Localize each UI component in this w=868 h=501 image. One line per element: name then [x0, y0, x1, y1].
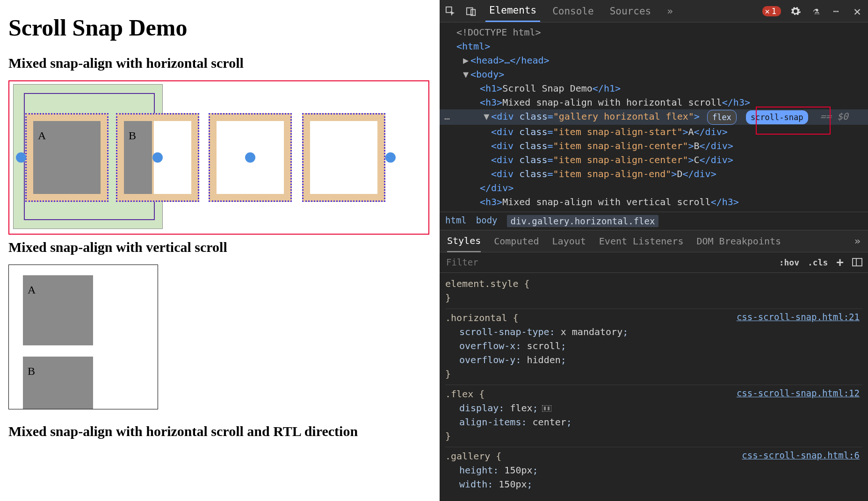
svg-rect-1 — [467, 7, 473, 14]
dom-node[interactable]: </div> — [480, 182, 514, 193]
gallery-vertical[interactable]: A B — [8, 265, 158, 409]
tab-event-listeners[interactable]: Event Listeners — [599, 236, 684, 247]
error-count: 1 — [772, 7, 776, 16]
snap-point-icon — [152, 152, 163, 163]
dom-node-selected[interactable]: … ▼<div class="gallery horizontal flex">… — [440, 109, 868, 125]
section-heading-3: Mixed snap-align with horizontal scroll … — [8, 423, 364, 439]
section-heading-2: Mixed snap-align with vertical scroll — [8, 239, 431, 255]
collapse-icon[interactable]: ▼ — [484, 109, 491, 123]
dom-node[interactable]: <div class="item snap-align-center">B</d… — [440, 139, 868, 153]
source-link[interactable]: css-scroll-snap.html:12 — [737, 386, 860, 400]
breadcrumb-item[interactable]: html — [445, 215, 467, 227]
error-badge[interactable]: ✕1 — [762, 6, 781, 16]
dom-node[interactable]: <div class="item snap-align-start">A</di… — [440, 125, 868, 139]
scroll-snap-badge[interactable]: scroll-snap — [746, 110, 808, 124]
inspect-icon[interactable] — [444, 5, 456, 17]
experiments-icon[interactable]: ⚗ — [810, 5, 822, 17]
tab-elements[interactable]: Elements — [485, 0, 540, 22]
devtools-highlight-box: A B — [8, 80, 429, 235]
eq-dollar-zero: == $0 — [820, 111, 848, 122]
dom-node[interactable]: <div class="item snap-align-center">C</d… — [440, 153, 868, 167]
page-title: Scroll Snap Demo — [8, 14, 431, 41]
flex-editor-icon[interactable] — [542, 405, 551, 412]
collapse-icon[interactable]: ▼ — [463, 67, 470, 81]
styles-rules[interactable]: element.style { } css-scroll-snap.html:2… — [440, 273, 868, 501]
item-label: A — [33, 121, 101, 194]
tab-computed[interactable]: Computed — [494, 236, 539, 247]
rendered-page: Scroll Snap Demo Mixed snap-align with h… — [0, 0, 440, 501]
snap-point-icon — [245, 152, 255, 163]
device-toggle-icon[interactable] — [465, 5, 477, 17]
dom-node[interactable]: <h3> — [480, 196, 502, 208]
dom-node[interactable]: <h1> — [480, 83, 502, 94]
styles-filter-input[interactable] — [445, 257, 771, 268]
expand-icon[interactable]: ▶ — [463, 53, 470, 67]
css-rule[interactable]: css-scroll-snap.html:21 .horizontal { sc… — [445, 309, 862, 385]
dom-node[interactable]: <body> — [470, 69, 504, 80]
styles-tabbar: Styles Computed Layout Event Listeners D… — [440, 230, 868, 252]
dom-node[interactable]: <html> — [456, 41, 490, 52]
css-rule[interactable]: element.style { } — [445, 275, 862, 309]
dom-node[interactable]: <head>…</head> — [470, 55, 550, 66]
css-rule[interactable]: css-scroll-snap.html:12 .flex { display:… — [445, 385, 862, 447]
toggle-sidebar-icon[interactable] — [852, 258, 862, 266]
tab-layout[interactable]: Layout — [552, 236, 586, 247]
devtools-panel: Elements Console Sources » ✕1 ⚗ ⋯ ✕ <!DO… — [440, 0, 868, 501]
cls-toggle[interactable]: .cls — [808, 258, 828, 267]
dom-node[interactable]: <!DOCTYPE html> — [456, 27, 541, 38]
source-link[interactable]: css-scroll-snap.html:21 — [737, 310, 860, 324]
css-rule[interactable]: css-scroll-snap.html:6 .gallery { height… — [445, 447, 862, 495]
snap-item-d[interactable] — [302, 113, 385, 202]
dom-breadcrumb[interactable]: html body div.gallery.horizontal.flex — [440, 212, 868, 230]
flex-badge[interactable]: flex — [707, 110, 737, 125]
dom-node[interactable]: <h3> — [480, 97, 502, 108]
item-label: B — [23, 357, 93, 409]
gear-icon[interactable] — [789, 5, 802, 17]
snap-item-a[interactable]: A — [25, 113, 108, 202]
section-heading-1: Mixed snap-align with horizontal scroll — [8, 55, 431, 71]
tab-sources[interactable]: Sources — [606, 1, 655, 21]
close-icon[interactable]: ✕ — [851, 5, 863, 17]
tab-console[interactable]: Console — [549, 1, 598, 21]
snap-point-icon — [16, 152, 26, 163]
breadcrumb-item-current[interactable]: div.gallery.horizontal.flex — [507, 215, 659, 227]
snap-point-icon — [385, 152, 396, 163]
source-link[interactable]: css-scroll-snap.html:6 — [742, 448, 860, 462]
item-label: A — [23, 275, 93, 345]
dom-node[interactable]: <div class="item snap-align-end">D</div> — [440, 167, 868, 181]
tabs-overflow[interactable]: » — [854, 235, 861, 247]
breadcrumb-item[interactable]: body — [476, 215, 498, 227]
new-style-rule-icon[interactable]: + — [836, 255, 844, 269]
hov-toggle[interactable]: :hov — [779, 258, 799, 267]
error-x-icon: ✕ — [765, 7, 770, 16]
kebab-menu-icon[interactable]: ⋯ — [831, 5, 843, 17]
item-inner — [310, 121, 377, 194]
devtools-tabbar: Elements Console Sources » ✕1 ⚗ ⋯ ✕ — [440, 0, 868, 22]
tabs-overflow[interactable]: » — [663, 1, 677, 21]
dom-tree[interactable]: <!DOCTYPE html> <html> ▶<head>…</head> ▼… — [440, 22, 868, 212]
styles-filter-row: :hov .cls + — [440, 252, 868, 273]
tab-dom-breakpoints[interactable]: DOM Breakpoints — [696, 236, 781, 247]
tab-styles[interactable]: Styles — [447, 229, 481, 252]
item-label: B — [124, 121, 152, 194]
